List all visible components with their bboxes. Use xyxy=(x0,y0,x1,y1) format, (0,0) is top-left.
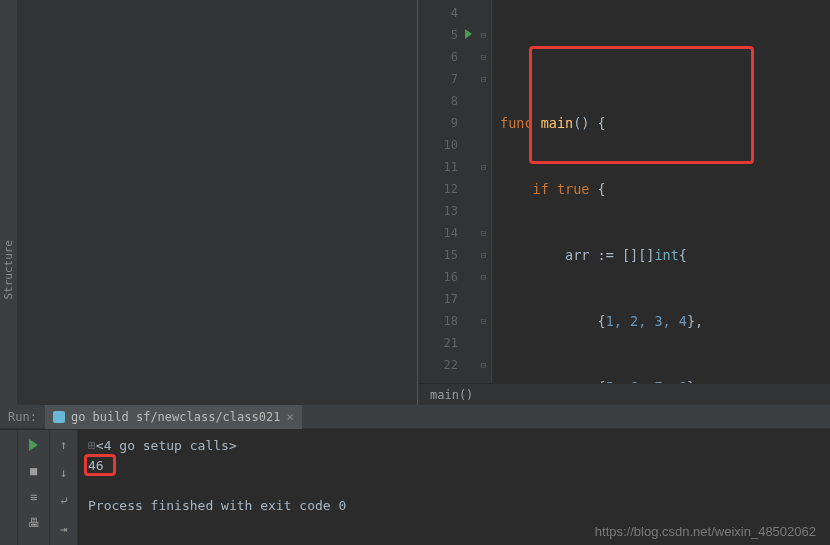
go-icon xyxy=(53,411,65,423)
console-line: ⊞<4 go setup calls> xyxy=(88,436,820,456)
console-line: Process finished with exit code 0 xyxy=(88,496,820,516)
line-gutter[interactable]: 4 5 6 7 8 9 10 11 12 13 14 15 16 17 18 2… xyxy=(418,0,476,383)
console-line xyxy=(88,476,820,496)
line-number: 8 xyxy=(418,90,458,112)
fold-icon[interactable] xyxy=(476,354,491,376)
scroll-down-button[interactable]: ↓ xyxy=(55,464,73,482)
line-number: 16 xyxy=(418,266,458,288)
code-panel: 4 5 6 7 8 9 10 11 12 13 14 15 16 17 18 2… xyxy=(418,0,830,405)
soft-wrap-button[interactable]: ⤶ xyxy=(55,492,73,510)
print-button[interactable]: 🖶 xyxy=(25,514,43,532)
console-line: 46 xyxy=(88,456,820,476)
fold-icon[interactable] xyxy=(476,266,491,288)
line-number: 17 xyxy=(418,288,458,310)
run-tab-title: go build sf/newclass/class021 xyxy=(71,410,281,424)
left-tool-strip: Structure xyxy=(0,0,18,405)
code-line[interactable]: {5, 6, 7, 8}, xyxy=(500,376,830,383)
line-number: 12 xyxy=(418,178,458,200)
code-line[interactable]: arr := [][]int{ xyxy=(500,244,830,266)
fold-column[interactable] xyxy=(476,0,492,383)
fold-icon[interactable] xyxy=(476,244,491,266)
line-number: 14 xyxy=(418,222,458,244)
line-number: 7 xyxy=(418,68,458,90)
code-body: 4 5 6 7 8 9 10 11 12 13 14 15 16 17 18 2… xyxy=(418,0,830,383)
fold-icon[interactable] xyxy=(476,156,491,178)
line-number: 6 xyxy=(418,46,458,68)
line-number: 21 xyxy=(418,332,458,354)
run-label: Run: xyxy=(0,410,45,424)
breadcrumb[interactable]: main() xyxy=(418,383,830,405)
line-number: 13 xyxy=(418,200,458,222)
run-toolbar-2: ↑ ↓ ⤶ ⇥ xyxy=(50,430,78,545)
layout-button[interactable]: ≡ xyxy=(25,488,43,506)
code-line[interactable]: func main() { xyxy=(500,112,830,134)
code-editor[interactable]: func main() { if true { arr := [][]int{ … xyxy=(492,0,830,383)
run-header: Run: go build sf/newclass/class021 × xyxy=(0,405,830,429)
expand-icon[interactable]: ⊞ xyxy=(88,438,96,453)
fold-icon[interactable] xyxy=(476,310,491,332)
line-number: 4 xyxy=(418,2,458,24)
scroll-end-button[interactable]: ⇥ xyxy=(55,520,73,538)
scroll-up-button[interactable]: ↑ xyxy=(55,436,73,454)
fold-icon[interactable] xyxy=(476,46,491,68)
run-marker-icon[interactable] xyxy=(465,29,472,39)
line-number: 9 xyxy=(418,112,458,134)
stop-button[interactable]: ■ xyxy=(25,462,43,480)
line-number: 10 xyxy=(418,134,458,156)
structure-tab-label[interactable]: Structure xyxy=(2,240,15,300)
play-icon xyxy=(29,439,38,451)
watermark-text: https://blog.csdn.net/weixin_48502062 xyxy=(595,524,816,539)
code-line[interactable]: if true { xyxy=(500,178,830,200)
line-number: 15 xyxy=(418,244,458,266)
close-icon[interactable]: × xyxy=(286,410,293,424)
editor-area: Structure 4 5 6 7 8 9 10 11 12 13 14 15 … xyxy=(0,0,830,405)
line-number: 5 xyxy=(418,24,458,46)
fold-icon[interactable] xyxy=(476,68,491,90)
code-line[interactable] xyxy=(500,46,830,68)
rerun-button[interactable] xyxy=(25,436,43,454)
line-number: 11 xyxy=(418,156,458,178)
fold-icon[interactable] xyxy=(476,222,491,244)
run-toolbar: ■ ≡ 🖶 xyxy=(18,430,50,545)
code-line[interactable]: {1, 2, 3, 4}, xyxy=(500,310,830,332)
left-panel-blank xyxy=(18,0,418,405)
left-tool-strip-run xyxy=(0,430,18,545)
fold-icon[interactable] xyxy=(476,24,491,46)
line-number: 22 xyxy=(418,354,458,376)
line-number: 18 xyxy=(418,310,458,332)
run-tab[interactable]: go build sf/newclass/class021 × xyxy=(45,405,302,429)
